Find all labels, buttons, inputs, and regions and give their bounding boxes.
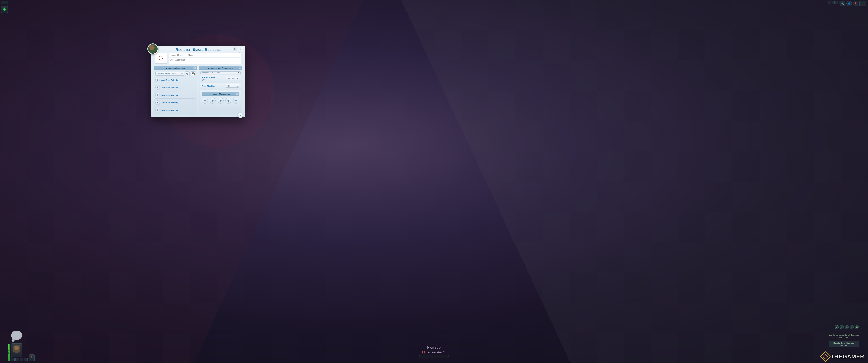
save-preset-button[interactable]: 💾 xyxy=(191,71,195,76)
inventory-icon[interactable]: ▣ xyxy=(855,325,859,329)
chevron-down-icon: ▼ xyxy=(237,85,239,87)
target-help-button[interactable]: ? xyxy=(236,93,239,95)
register-business-button[interactable]: Register Small Business (§1,750) xyxy=(829,341,859,348)
notification-icon[interactable] xyxy=(832,1,835,4)
plus-icon: + xyxy=(155,78,160,82)
add-target-customer-button[interactable]: + xyxy=(202,98,208,104)
activity-label: Add New Activity xyxy=(161,94,178,96)
chevron-down-icon: ▼ xyxy=(181,73,183,75)
camera-button[interactable]: ◯ xyxy=(442,351,446,354)
price-modifier-label: Price Modifier xyxy=(202,85,215,87)
notification-icon[interactable] xyxy=(835,1,838,4)
plumbob-icon xyxy=(3,7,6,11)
sim-portrait-small[interactable] xyxy=(29,355,35,362)
palette-icon xyxy=(157,55,165,62)
play-button[interactable]: ▶ xyxy=(427,351,431,354)
needs-tab[interactable] xyxy=(11,358,14,362)
activities-header-label: Business Activities xyxy=(166,67,185,69)
close-button[interactable]: ✕ xyxy=(239,50,242,53)
activity-label: Add New Activity xyxy=(161,79,178,81)
dialog-title: Register Small Business xyxy=(151,46,245,53)
business-name-input[interactable] xyxy=(168,53,241,57)
activity-label: Add New Activity xyxy=(161,87,178,89)
hud-top-right: 🔧 👤 📍 xyxy=(840,1,867,6)
confirm-button[interactable]: ✓ xyxy=(238,113,243,118)
plus-icon: + xyxy=(155,108,160,112)
business-activities-panel: Business Activities ? Select Business Pr… xyxy=(154,66,197,115)
add-target-customer-button[interactable]: + xyxy=(233,98,239,104)
plus-icon: + xyxy=(155,100,160,105)
fast-forward-button[interactable]: ▶▶ xyxy=(432,351,436,354)
sim-avatar xyxy=(147,43,158,55)
pause-button[interactable]: ❚❚ xyxy=(422,351,426,354)
map-button[interactable]: 📍 xyxy=(853,1,859,6)
clock-bar[interactable] xyxy=(419,355,449,359)
add-target-customer-button[interactable]: + xyxy=(225,98,231,104)
business-description-input[interactable] xyxy=(168,58,241,64)
build-mode-button[interactable]: 🔧 xyxy=(840,1,845,6)
aspiration-icon[interactable]: ★ xyxy=(835,325,839,329)
chevron-down-icon: ▼ xyxy=(238,72,240,74)
watermark-logo-icon xyxy=(820,352,831,362)
lot-help-button[interactable]: ? xyxy=(239,66,242,69)
entrance-fee-label: Entrance Fees xyxy=(202,76,216,79)
activity-label: Add New Activity xyxy=(161,102,178,104)
activity-slot[interactable]: + Add New Activity xyxy=(155,100,195,106)
ultra-speed-button[interactable]: ▶▶▶ xyxy=(437,351,441,354)
chevron-down-icon: ▼ xyxy=(237,78,239,80)
activity-slot[interactable]: + Add New Activity xyxy=(155,107,195,113)
skills-tab[interactable] xyxy=(16,358,19,362)
hud-bottom-left: HAPPY xyxy=(7,343,35,362)
manage-worlds-button[interactable]: 👤 xyxy=(846,1,852,6)
register-business-dialog: § ✕ Register Small Business Business Act… xyxy=(151,46,245,118)
price-modifier-value: +0% xyxy=(227,85,230,87)
clubs-icon[interactable]: ⚑ xyxy=(845,325,849,329)
hud-top-left: ⋯ xyxy=(1,1,8,13)
price-modifier-dropdown[interactable]: +0% ▼ xyxy=(226,84,240,88)
business-preset-dropdown[interactable]: Select Business Preset ▼ xyxy=(155,72,184,76)
notification-icon[interactable] xyxy=(828,1,831,4)
sim-portrait[interactable] xyxy=(11,343,22,357)
delete-preset-button[interactable]: 🗑 xyxy=(185,71,190,76)
lot-assignment-panel: Business Lot Assignment ? Assigned to 1 … xyxy=(199,66,242,115)
add-target-customer-button[interactable]: + xyxy=(210,98,216,104)
fee-mode-label: One-Time xyxy=(227,78,235,80)
lot-assignment-dropdown[interactable]: Assigned to 1 of 1 lots ▼ xyxy=(200,71,241,74)
relationships-tab[interactable] xyxy=(20,358,23,362)
activity-slot[interactable]: + Add New Activity xyxy=(155,92,195,99)
target-customers-panel: Target Customers ? + + + + + xyxy=(200,90,241,107)
price-modifier-row: Price Modifier +0% ▼ xyxy=(200,83,241,89)
simoleon-icon: § xyxy=(232,47,237,52)
watermark-text: THEGAMER xyxy=(831,354,865,360)
entrance-fee-row: Entrance Fees §23 One-Time ▼ xyxy=(200,75,241,82)
mood-bar[interactable]: HAPPY xyxy=(7,344,9,362)
career-icon[interactable]: ⌂ xyxy=(840,325,844,329)
lot-header-label: Business Lot Assignment xyxy=(208,67,233,69)
fee-mode-dropdown[interactable]: One-Time ▼ xyxy=(226,77,240,80)
svg-marker-0 xyxy=(3,7,6,11)
activities-help-button[interactable]: ? xyxy=(193,66,196,69)
lot-dropdown-label: Assigned to 1 of 1 lots xyxy=(202,72,220,74)
lot-header: Business Lot Assignment ? xyxy=(199,66,242,70)
pack-indicator[interactable]: ⋯ xyxy=(1,1,8,4)
activity-slot[interactable]: + Add New Activity xyxy=(155,77,195,84)
no-business-message: You do not own a Small Business right no… xyxy=(829,334,859,338)
business-icon[interactable]: § xyxy=(850,325,854,329)
plus-icon: + xyxy=(155,85,160,90)
activity-slot[interactable]: + Add New Activity xyxy=(155,85,195,91)
preset-dropdown-label: Select Business Preset xyxy=(157,73,176,75)
add-target-customer-button[interactable]: + xyxy=(217,98,223,104)
dialog-header-row xyxy=(154,53,242,66)
main-menu-button[interactable] xyxy=(1,6,8,13)
paused-label: Paused xyxy=(419,345,449,350)
gallery-button[interactable] xyxy=(860,1,867,6)
plus-icon: + xyxy=(155,93,160,97)
business-hud-panel: ★ ⌂ ⚑ § ▣ You do not own a Small Busines… xyxy=(829,325,859,348)
game-backdrop xyxy=(0,0,868,363)
check-icon: ✓ xyxy=(239,114,242,118)
activity-label: Add New Activity xyxy=(161,109,178,111)
save-icon: 💾 xyxy=(191,72,194,75)
business-icon-picker[interactable] xyxy=(155,53,167,64)
watermark: THEGAMER xyxy=(822,353,865,361)
career-tab[interactable] xyxy=(24,358,28,362)
